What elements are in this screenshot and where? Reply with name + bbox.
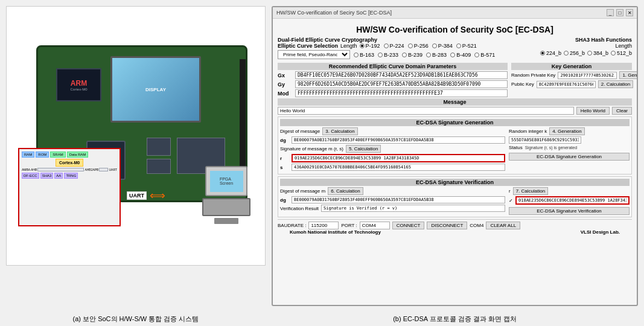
hello-button[interactable]: Hello World (576, 107, 610, 115)
radio-p384[interactable]: P-384 (432, 43, 453, 49)
gy-input[interactable] (295, 80, 508, 88)
radio-b233-circle[interactable] (378, 53, 383, 57)
calc7-button[interactable]: 7. Calculation (513, 187, 548, 195)
radio-b283[interactable]: B-283 (426, 52, 447, 58)
sig-gen-title: EC-DSA Signature Generation (280, 119, 630, 126)
radio-sha224[interactable]: 224_b (540, 50, 561, 56)
radio-sha384[interactable]: 384_b (587, 50, 608, 56)
radio-b163[interactable]: B-163 (354, 52, 374, 58)
radio-sha384-circle[interactable] (587, 51, 592, 56)
radio-sha224-circle[interactable] (540, 51, 545, 56)
dg-ver-label: dg (280, 197, 289, 203)
radio-sha256-circle[interactable] (564, 51, 569, 56)
ver-result-input[interactable] (321, 205, 505, 212)
private-key-input[interactable] (558, 72, 617, 79)
radio-p521[interactable]: P-521 (456, 43, 477, 49)
radio-b409-circle[interactable] (450, 53, 455, 57)
gy-row: Gy (278, 80, 508, 88)
sig-gen-body: Digest of message 3. Calculation dg Sign… (280, 127, 630, 172)
prime-field-dropdown[interactable]: Prime field, Pseudo-Random 1 (278, 50, 350, 59)
radio-b163-circle[interactable] (354, 53, 359, 57)
gx-input[interactable] (295, 71, 508, 79)
radio-sha512-circle[interactable] (611, 51, 616, 56)
r-ver-input[interactable] (515, 196, 630, 205)
private-key-row: Random Private Key 1. Generation (511, 71, 632, 79)
maximize-button[interactable]: □ (616, 9, 623, 16)
radio-sha512[interactable]: 512_b (611, 50, 632, 56)
radio-b233[interactable]: B-233 (378, 52, 398, 58)
close-button[interactable]: ✕ (626, 9, 633, 16)
radio-p384-circle[interactable] (432, 43, 437, 48)
minimize-button[interactable]: _ (607, 9, 614, 16)
caption-left: (a) 보안 SoC의 H/W-S/W 통합 검증 시스템 (6, 315, 266, 324)
baudrate-section: BAUDRATE : PORT : CONNECT DISCONNECT COM… (278, 222, 520, 229)
k-input[interactable] (509, 136, 581, 144)
baudrate-input[interactable] (308, 222, 339, 229)
ver-button[interactable]: EC-DSA Signature Verification (509, 207, 630, 215)
radio-b239[interactable]: B-239 (402, 52, 422, 58)
calc5-button[interactable]: 5. Calculation (346, 145, 381, 153)
window-controls: _ □ ✕ (607, 9, 633, 16)
radio-b233-label: B-233 (384, 52, 398, 58)
domain-keygen-row: Recommended Elliptic Curve Domain Parame… (278, 63, 632, 98)
dg-ver-input[interactable] (292, 196, 505, 203)
s-gen-input[interactable] (292, 164, 505, 171)
sig-ver-body: Digest of message m 6. Calculation dg Ve… (280, 187, 630, 215)
radio-b283-circle[interactable] (426, 53, 431, 57)
calc2-button[interactable]: 2. Calculation (598, 80, 633, 88)
port-input[interactable] (360, 222, 390, 229)
sig-gen-button[interactable]: EC-DSA Signature Generation (509, 153, 630, 161)
gen4-button[interactable]: 4. Generation (549, 127, 584, 135)
mod-row: Mod (278, 89, 508, 97)
hardware-image: DISPLAY ARM Cortex-M0 CSL (6, 6, 266, 266)
message-section: Message Hello World Clear (278, 98, 632, 115)
block-diagram-box: RAM ROM SRAM Data RAM Cortex-M0 AMBA AHB… (18, 148, 121, 226)
calc3-button[interactable]: 3. Calculation (322, 127, 357, 135)
radio-p192-circle[interactable] (360, 43, 365, 48)
radio-p224[interactable]: P-224 (384, 43, 404, 49)
random-k-row: Random integer k 4. Generation (509, 127, 630, 135)
b-values-row: Prime field, Pseudo-Random 1 B-163 B-233 (278, 50, 540, 59)
calc6-button[interactable]: 6. Calculation (328, 187, 363, 195)
chip2 (147, 159, 171, 174)
radio-b571-circle[interactable] (474, 53, 479, 57)
radio-sha256[interactable]: 256_b (564, 50, 585, 56)
radio-b239-circle[interactable] (402, 53, 407, 57)
ver-result-label: Verification Result (280, 206, 319, 211)
sig-gen-btn-row: EC-DSA Signature Generation (509, 153, 630, 161)
radio-b571[interactable]: B-571 (474, 52, 495, 58)
radio-b409[interactable]: B-409 (450, 52, 471, 58)
right-panel: HW/SW Co-verification of Seciry SoC [EC-… (272, 6, 638, 306)
r-gen-input[interactable] (292, 154, 505, 162)
elliptic-curve-label: Elliptic Curve Selection (278, 43, 338, 49)
radio-p224-circle[interactable] (384, 43, 389, 48)
sha3-section: SHA3 Hash Functions Length 224_b 256_b (540, 37, 632, 61)
gen1-button[interactable]: 1. Generation (619, 71, 637, 79)
ver-result-row: Verification Result (280, 205, 505, 212)
connect-button[interactable]: CONNECT (392, 222, 425, 229)
mod-input[interactable] (295, 89, 508, 97)
public-key-row: Public Key 2. Calculation (511, 80, 632, 88)
clear-all-button[interactable]: CLEAR ALL (486, 222, 520, 229)
radio-p521-circle[interactable] (456, 43, 461, 48)
public-key-input[interactable] (537, 81, 596, 88)
r-ver-row: ✓ (509, 196, 630, 205)
sig-rs-label: Signature of message m (r, s) (280, 146, 343, 152)
message-input[interactable] (278, 107, 574, 115)
bottom-bar: BAUDRATE : PORT : CONNECT DISCONNECT COM… (278, 219, 632, 229)
sig-gen-section: EC-DSA Signature Generation Digest of me… (278, 117, 632, 174)
dg-gen-input[interactable] (292, 136, 505, 144)
app-body: HW/SW Co-verification of Security SoC [E… (273, 19, 637, 305)
message-row: Hello World Clear (278, 107, 632, 115)
clear-message-button[interactable]: Clear (612, 107, 632, 115)
radio-b163-label: B-163 (360, 52, 374, 58)
radio-sha512-label: 512_b (617, 50, 632, 56)
radio-p256-label: P-256 (414, 43, 429, 49)
app-title: HW/SW Co-verification of Security SoC [E… (278, 21, 632, 37)
radio-p192[interactable]: P-192 (360, 43, 380, 49)
disconnect-button[interactable]: DISCONNECT (427, 222, 467, 229)
radio-p256-circle[interactable] (408, 43, 413, 48)
s-gen-label: s (280, 165, 289, 170)
radio-p256[interactable]: P-256 (408, 43, 429, 49)
chip1 (147, 138, 171, 156)
